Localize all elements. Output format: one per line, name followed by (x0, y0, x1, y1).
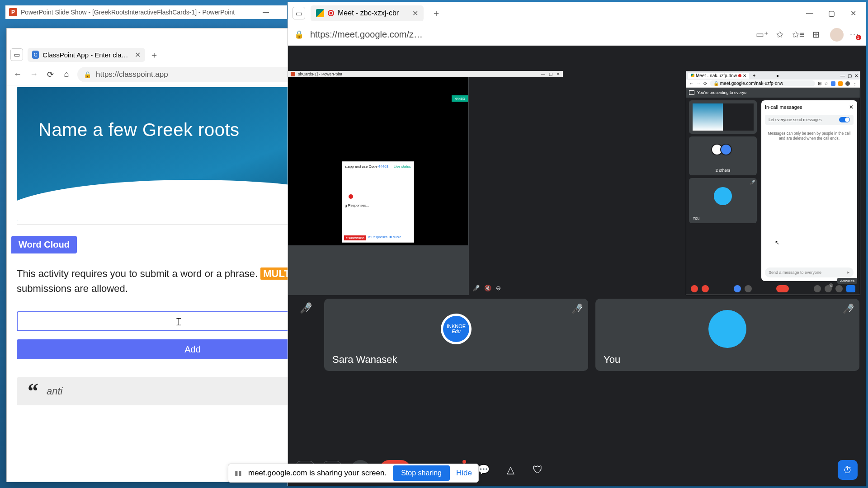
activities-button[interactable] (846, 285, 855, 292)
home-button[interactable]: ⌂ (61, 70, 72, 79)
favorite-icon[interactable]: ✩ (774, 29, 786, 40)
chat-input[interactable]: Send a message to everyone ➤ (765, 267, 854, 277)
tab-actions-button[interactable]: ▭ (292, 7, 305, 19)
present-icon (689, 90, 694, 95)
host-controls-button[interactable]: 🛡 (528, 461, 547, 479)
profile-avatar[interactable] (830, 28, 844, 42)
tab-classpoint[interactable]: C ClassPoint App - Enter class code ✕ (28, 48, 145, 62)
slide-prompt: Name a few Greek roots (38, 120, 240, 140)
meet-browser-window: ▭ Meet - zbc-xzxj-cbr ✕ ＋ — ▢ ✕ 🔒 https:… (288, 2, 866, 486)
menu-icon[interactable]: ⋮ (853, 81, 857, 86)
recording-indicator-icon (738, 74, 741, 77)
tab-close-icon[interactable]: ✕ (412, 9, 418, 18)
powerpoint-icon: P (9, 8, 17, 16)
info-button[interactable] (814, 285, 821, 292)
url-text: https://classpoint.app (96, 70, 168, 79)
do-not-disturb-icon: ⊖ (496, 285, 501, 291)
tab-meet[interactable]: Meet - zbc-xzxj-cbr ✕ (311, 5, 424, 21)
classpoint-toolbar: s.app and use Code 44463 Live status g R… (342, 161, 414, 243)
back-icon[interactable]: ← (689, 81, 693, 86)
recording-indicator-icon (328, 10, 334, 16)
minimize-button[interactable]: — (802, 9, 818, 18)
forward-button[interactable]: → (28, 70, 39, 79)
forward-icon[interactable]: → (696, 81, 701, 86)
recording-dot-icon (349, 194, 353, 199)
new-tab-button[interactable]: ＋ (432, 7, 441, 19)
more-button[interactable] (745, 285, 752, 292)
text-cursor-icon: 𝙸 (175, 316, 183, 328)
class-code-badge: 44463 (452, 95, 468, 102)
host-tools-button[interactable]: ⏱ (838, 460, 858, 480)
activities-button[interactable]: △ (501, 461, 519, 479)
participant-tile-you[interactable]: 🎤̷ You (595, 299, 859, 371)
hangup-button[interactable] (776, 285, 789, 292)
mic-muted-icon: 🎤̷ (843, 303, 854, 314)
tab-label: ClassPoint App - Enter class code (42, 51, 129, 59)
powerpoint-title: PowerPoint Slide Show - [GreekRootsInter… (21, 9, 235, 16)
chat-button[interactable] (835, 285, 843, 292)
close-button[interactable]: ✕ (845, 9, 861, 18)
nested-url[interactable]: 🔒 meet.google.com/nak-uzfp-dnw (710, 80, 815, 86)
nested-browser-window: Meet - nak-uzfp-dnw ✕ + ● —▢✕ ← → ⟳ 🔒 me… (686, 71, 860, 295)
screen-share-banner: ▮▮ meet.google.com is sharing your scree… (228, 464, 479, 483)
maximize-button[interactable]: ▢ (823, 9, 840, 18)
mic-muted-icon: 🎤̷ (571, 303, 583, 314)
profile-icon[interactable] (845, 81, 850, 86)
presentation-thumbnail[interactable] (689, 100, 757, 134)
tab-close-icon[interactable]: ✕ (135, 51, 141, 59)
nested-tab-meet[interactable]: Meet - nak-uzfp-dnw ✕ (688, 73, 749, 79)
refresh-icon[interactable]: ⟳ (703, 81, 707, 86)
lock-icon: 🔒 (84, 71, 91, 78)
presenting-banner: You're presenting to everyo (686, 88, 860, 98)
avatar-you (708, 310, 746, 348)
favorites-list-icon[interactable]: ✩≡ (792, 29, 804, 40)
camera-button[interactable] (702, 285, 709, 292)
activity-type-badge: Word Cloud (11, 236, 77, 253)
url-text[interactable]: https://meet.google.com/zbc-xz... (310, 29, 428, 40)
present-button[interactable] (734, 285, 741, 292)
chat-permission-toggle[interactable] (839, 117, 850, 122)
mic-muted-icon: 🎤̸ (472, 285, 480, 291)
extension-icon[interactable] (838, 81, 843, 86)
new-tab-button[interactable]: + (753, 73, 755, 78)
classpoint-favicon-icon: C (32, 51, 39, 59)
pause-icon[interactable]: ▮▮ (235, 469, 242, 477)
participant-name: You (604, 354, 620, 366)
hide-banner-button[interactable]: Hide (456, 469, 472, 478)
meet-stage: shCards-1] - PowerPoint —▢✕ 44463 s.app … (288, 46, 866, 486)
send-icon[interactable]: ➤ (846, 270, 850, 275)
submitted-word: anti (47, 385, 62, 397)
settings-menu-button[interactable]: ··· (850, 30, 859, 39)
stop-sharing-button[interactable]: Stop sharing (393, 465, 450, 481)
new-tab-button[interactable]: ＋ (150, 49, 159, 61)
participant-tile-sara[interactable]: 🎤̷ INKNOEEdu Sara Wanasek (324, 299, 588, 371)
activities-tooltip: Activities (837, 278, 857, 284)
window-controls: — ▢ ✕ (802, 9, 861, 18)
tab-close-icon[interactable]: ✕ (743, 73, 746, 78)
powerpoint-titlebar: P PowerPoint Slide Show - [GreekRootsInt… (5, 5, 287, 19)
chat-permission-toggle-row: Let everyone send messages (765, 115, 854, 125)
collections-icon[interactable]: ⊞ (810, 29, 822, 40)
extension-icon[interactable] (831, 81, 835, 86)
recording-dot-icon: ● (776, 73, 779, 78)
people-button[interactable] (825, 285, 832, 292)
close-chat-icon[interactable]: ✕ (849, 104, 854, 110)
nested-meet-toolbar (691, 285, 855, 293)
volume-muted-icon: 🔇 (484, 285, 491, 291)
mouse-cursor-icon: ↖ (775, 239, 779, 246)
meet-favicon-icon (691, 74, 694, 77)
address-bar[interactable]: 🔒 https://classpoint.app ✩ (77, 67, 307, 82)
back-button[interactable]: ← (12, 70, 23, 79)
chat-panel: In-call messages ✕ Let everyone send mes… (761, 100, 857, 281)
participants-tile[interactable]: 2 others (689, 136, 757, 175)
self-tile[interactable]: 🎤̸ You (689, 178, 757, 223)
refresh-button[interactable]: ⟳ (45, 70, 56, 80)
tab-actions-button[interactable]: ▭ (10, 48, 23, 61)
mic-button[interactable] (691, 285, 698, 292)
avatar-sara: INKNOEEdu (441, 314, 472, 344)
meet-favicon-icon (316, 9, 324, 17)
camera-permission-icon[interactable]: ▭⁺ (756, 29, 768, 40)
mic-muted-icon: 🎤̸ (750, 180, 755, 185)
powerpoint-icon (291, 72, 295, 76)
minimize-icon[interactable]: — (263, 8, 269, 15)
